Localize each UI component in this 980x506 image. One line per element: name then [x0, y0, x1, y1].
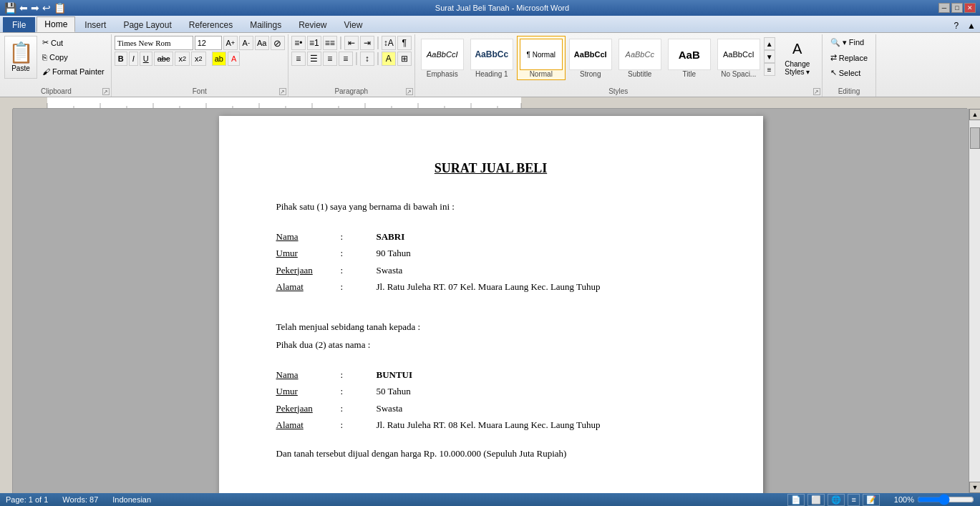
font-color-button[interactable]: A [228, 52, 240, 66]
strikethrough-button[interactable]: abc [154, 52, 174, 66]
ribbon-group-styles: AaBbCcI Emphasis AaBbCc Heading 1 ¶ Norm… [415, 34, 823, 97]
paragraph-expand-button[interactable]: ↗ [406, 88, 413, 95]
align-center-button[interactable]: ☰ [307, 52, 321, 66]
bullets-button[interactable]: ≡• [291, 36, 306, 50]
minimize-button[interactable]: ─ [938, 3, 950, 13]
ruler[interactable] [13, 97, 967, 109]
tab-page-layout[interactable]: Page Layout [115, 17, 179, 32]
font-shrink-button[interactable]: A- [239, 36, 253, 50]
document-area: SURAT JUAL BELI Pihak satu (1) saya yang… [0, 109, 980, 493]
ribbon-minimize-button[interactable]: ▲ [963, 19, 980, 32]
style-heading1[interactable]: AaBbCc Heading 1 [467, 36, 516, 80]
select-button[interactable]: ↖ Select [825, 66, 866, 79]
select-icon: ↖ [830, 68, 837, 77]
styles-scroll-control: ▲ ▼ ≡ [764, 36, 775, 77]
vertical-scrollbar[interactable]: ▲ ▼ [969, 109, 980, 493]
tab-view[interactable]: View [336, 17, 371, 32]
change-styles-button[interactable]: A Change Styles ▾ [776, 36, 819, 80]
justify-button[interactable]: ≡ [339, 52, 353, 66]
paste-button[interactable]: 📋 Paste [4, 36, 37, 79]
numbering-button[interactable]: ≡1 [307, 36, 321, 50]
format-painter-button[interactable]: 🖌 Format Painter [39, 65, 108, 78]
font-grow-button[interactable]: A+ [223, 36, 238, 50]
ribbon-help-button[interactable]: ? [949, 19, 963, 32]
copy-button[interactable]: ⎘ Copy [39, 51, 108, 64]
styles-scroll-up[interactable]: ▲ [764, 37, 775, 50]
style-emphasis[interactable]: AaBbCcI Emphasis [418, 36, 467, 80]
copy-icon: ⎘ [42, 53, 47, 62]
style-emphasis-preview: AaBbCcI [421, 39, 464, 70]
font-expand-button[interactable]: ↗ [279, 88, 286, 95]
party1-umur-label: Umur [276, 246, 341, 261]
party2-nama-value: BUNTUI [377, 368, 413, 382]
scroll-up-button[interactable]: ▲ [969, 109, 980, 120]
tab-insert[interactable]: Insert [77, 17, 114, 32]
party1-umur-row: Umur : 90 Tahun [276, 246, 706, 261]
print-layout-button[interactable]: 📄 [787, 494, 805, 506]
font-name-input[interactable] [115, 36, 193, 50]
font-size-input[interactable] [195, 36, 222, 50]
draft-view-button[interactable]: 📝 [863, 494, 880, 506]
ribbon-group-editing: 🔍 ▾ Find ⇄ Replace ↖ Select Editing [823, 34, 876, 97]
zoom-range[interactable] [917, 494, 974, 505]
maximize-button[interactable]: □ [951, 3, 963, 13]
cut-icon: ✂ [42, 38, 49, 47]
styles-scroll-more[interactable]: ≡ [764, 63, 775, 76]
tab-references[interactable]: References [181, 17, 241, 32]
page-indicator: Page: 1 of 1 [6, 495, 48, 504]
replace-icon: ⇄ [830, 53, 837, 62]
find-button[interactable]: 🔍 ▾ Find [825, 36, 869, 49]
full-screen-button[interactable]: ⬜ [807, 494, 825, 506]
line-spacing-button[interactable]: ↕ [360, 52, 374, 66]
document-intro-line[interactable]: Pihak satu (1) saya yang bernama di bawa… [276, 200, 706, 214]
border-button[interactable]: ⊞ [397, 52, 412, 66]
font-case-button[interactable]: Aa [255, 36, 269, 50]
scroll-track[interactable] [969, 120, 980, 482]
tab-file[interactable]: File [3, 17, 35, 32]
tab-mailings[interactable]: Mailings [242, 17, 289, 32]
view-buttons[interactable]: 📄 ⬜ 🌐 ≡ 📝 [787, 494, 879, 506]
clear-format-button[interactable]: ⊘ [271, 36, 285, 50]
web-layout-button[interactable]: 🌐 [828, 494, 845, 506]
sort-button[interactable]: ↕A [382, 36, 396, 50]
transition-line2: Pihak dua (2) atas nama : [276, 338, 706, 352]
multilevel-list-button[interactable]: ≡≡ [323, 36, 337, 50]
word-count: Words: 87 [62, 495, 98, 504]
party1-nama-row: Nama : SABRI [276, 230, 706, 244]
styles-scroll-down[interactable]: ▼ [764, 50, 775, 63]
show-paragraph-button[interactable]: ¶ [397, 36, 412, 50]
italic-button[interactable]: I [129, 52, 138, 66]
text-highlight-button[interactable]: ab [212, 52, 226, 66]
outline-view-button[interactable]: ≡ [848, 494, 859, 506]
scroll-down-button[interactable]: ▼ [969, 482, 980, 493]
style-title[interactable]: AaB Title [665, 36, 714, 80]
zoom-slider[interactable]: 100% [894, 494, 974, 505]
underline-button[interactable]: U [140, 52, 152, 66]
style-subtitle[interactable]: AaBbCc Subtitle [616, 36, 664, 80]
tab-review[interactable]: Review [291, 17, 334, 32]
party2-nama-label: Nama [276, 368, 341, 382]
align-left-button[interactable]: ≡ [291, 52, 306, 66]
shading-button[interactable]: A [382, 52, 396, 66]
style-normal[interactable]: ¶ Normal Normal [517, 36, 566, 80]
subscript-button[interactable]: x2 [175, 52, 190, 66]
close-button[interactable]: ✕ [964, 3, 976, 13]
scroll-thumb[interactable] [970, 127, 980, 149]
tab-home[interactable]: Home [37, 16, 75, 32]
party1-alamat-row: Alamat : Jl. Ratu Juleha RT. 07 Kel. Mua… [276, 280, 706, 294]
increase-indent-button[interactable]: ⇥ [360, 36, 374, 50]
cut-button[interactable]: ✂ Cut [39, 36, 108, 49]
style-strong[interactable]: AaBbCcI Strong [566, 36, 615, 80]
document-scroll-area[interactable]: SURAT JUAL BELI Pihak satu (1) saya yang… [13, 109, 969, 493]
styles-expand-button[interactable]: ↗ [813, 88, 820, 95]
party2-pekerjaan-value: Swasta [377, 402, 403, 416]
bold-button[interactable]: B [115, 52, 127, 66]
replace-button[interactable]: ⇄ Replace [825, 51, 873, 64]
style-no-spacing[interactable]: AaBbCcI No Spaci... [714, 36, 763, 80]
ruler-right-margin [967, 97, 980, 109]
clipboard-expand-button[interactable]: ↗ [102, 88, 110, 95]
style-subtitle-preview: AaBbCc [618, 39, 661, 70]
superscript-button[interactable]: x2 [191, 52, 206, 66]
decrease-indent-button[interactable]: ⇤ [344, 36, 359, 50]
align-right-button[interactable]: ≡ [323, 52, 337, 66]
